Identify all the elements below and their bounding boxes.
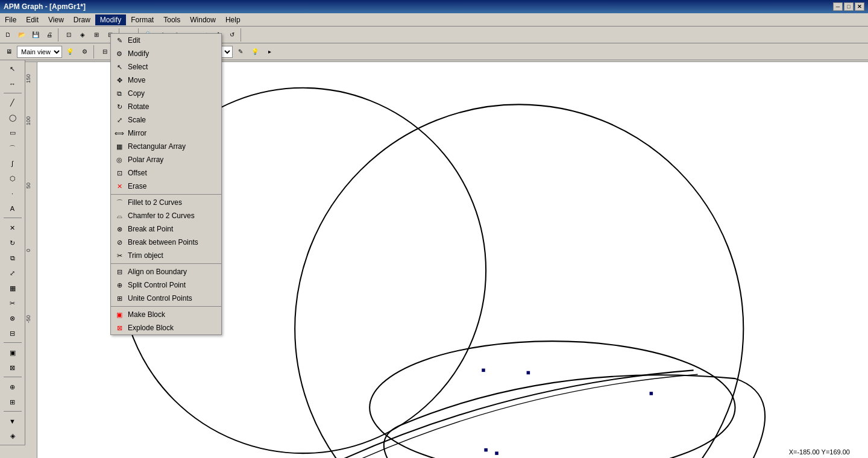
- menu-item-label: Explode Block: [128, 324, 174, 332]
- close-button[interactable]: ✕: [855, 2, 864, 11]
- menu-item-select[interactable]: ↖ Select: [111, 60, 221, 74]
- menu-item-align-boundary[interactable]: ⊟ Align on Boundary: [111, 265, 221, 278]
- menu-item-scale[interactable]: ⤢ Scale: [111, 113, 221, 127]
- settings-btn[interactable]: ⚙: [78, 45, 91, 58]
- menu-item-label: Scale: [128, 116, 146, 124]
- menu-item-trim[interactable]: ✂ Trim object: [111, 249, 221, 262]
- open-button[interactable]: 📂: [15, 28, 28, 42]
- left-ruler: 150 100 50 0 -50: [25, 62, 37, 458]
- menu-item-label: Edit: [128, 36, 140, 45]
- lt-poly-btn[interactable]: ⬡: [5, 171, 20, 186]
- menu-item-move[interactable]: ✥ Move: [111, 74, 221, 87]
- maximize-button[interactable]: □: [844, 2, 854, 11]
- lt-move-btn[interactable]: ↔: [5, 77, 20, 91]
- menu-item-label: Rotate: [128, 102, 149, 111]
- lt-scale-btn[interactable]: ⤢: [5, 266, 20, 280]
- lt-point-btn[interactable]: ·: [5, 186, 20, 201]
- move-icon: ✥: [115, 75, 124, 85]
- status-coords: X=-185.00 Y=169.00: [789, 448, 850, 456]
- trim-icon: ✂: [115, 251, 124, 260]
- dim-icon[interactable]: ⊟: [98, 45, 112, 58]
- menu-item-label: Select: [128, 63, 148, 71]
- print-button[interactable]: 🖨: [43, 28, 56, 42]
- mirror-icon: ⟺: [115, 128, 124, 138]
- edit-icon: ✎: [115, 36, 124, 45]
- light-btn-1[interactable]: 💡: [63, 45, 77, 58]
- view-icon[interactable]: 🖥: [2, 45, 16, 58]
- menu-modify[interactable]: Modify: [95, 14, 126, 25]
- light-btn-3[interactable]: 💡: [248, 45, 262, 58]
- arrow-btn-2[interactable]: ▸: [263, 45, 276, 58]
- lt-break-btn[interactable]: ⊗: [5, 311, 20, 325]
- rect-array-icon: ▦: [115, 142, 124, 151]
- menu-edit[interactable]: Edit: [21, 14, 43, 25]
- lt-copy-btn[interactable]: ⧉: [5, 251, 20, 265]
- menu-item-unite-control[interactable]: ⊞ Unite Control Points: [111, 292, 221, 305]
- menu-item-modify[interactable]: ⚙ Modify: [111, 47, 221, 60]
- separator-1: [58, 28, 60, 42]
- lt-circle-btn[interactable]: ◯: [5, 111, 20, 125]
- menu-item-break-between[interactable]: ⊘ Break between Points: [111, 236, 221, 249]
- lt-rotate-btn[interactable]: ↻: [5, 236, 20, 250]
- menu-item-edit[interactable]: ✎ Edit: [111, 34, 221, 47]
- lt-text-btn[interactable]: A: [5, 201, 20, 216]
- save-button[interactable]: 💾: [29, 28, 42, 42]
- lt-select-btn[interactable]: ↖: [5, 61, 20, 76]
- menu-item-explode-block[interactable]: ⊠ Explode Block: [111, 321, 221, 334]
- lt-erase-btn[interactable]: ✕: [5, 221, 20, 235]
- lt-block-btn[interactable]: ▣: [5, 345, 20, 360]
- menu-format[interactable]: Format: [126, 14, 159, 25]
- menu-item-label: Unite Control Points: [128, 294, 192, 303]
- split-control-icon: ⊕: [115, 280, 124, 290]
- menu-file[interactable]: File: [0, 14, 21, 25]
- break-between-icon: ⊘: [115, 237, 124, 247]
- separator-4: [241, 28, 243, 42]
- refresh-btn[interactable]: ↺: [225, 28, 239, 42]
- menu-item-label: Trim object: [128, 251, 163, 260]
- menu-item-fillet[interactable]: ⌒ Fillet to 2 Curves: [111, 196, 221, 209]
- lt-extra-2[interactable]: ◈: [5, 429, 20, 444]
- menu-item-polar-array[interactable]: ◎ Polar Array: [111, 153, 221, 166]
- menu-tools[interactable]: Tools: [159, 14, 185, 25]
- snap-btn-3[interactable]: ⊞: [90, 28, 103, 42]
- menu-item-split-control[interactable]: ⊕ Split Control Point: [111, 278, 221, 292]
- view-selector[interactable]: Main view: [17, 46, 62, 58]
- lt-trim-btn[interactable]: ✂: [5, 296, 20, 310]
- menu-item-offset[interactable]: ⊡ Offset: [111, 166, 221, 180]
- menu-item-break-point[interactable]: ⊗ Break at Point: [111, 222, 221, 236]
- ruler-v-mark: 150: [25, 74, 31, 83]
- lt-rect-btn[interactable]: ▭: [5, 126, 20, 140]
- lt-align-btn[interactable]: ⊟: [5, 326, 20, 340]
- menu-view[interactable]: View: [43, 14, 69, 25]
- menu-help[interactable]: Help: [221, 14, 245, 25]
- title-text: APM Graph - [ApmGr1*]: [4, 2, 86, 11]
- menu-separator-1: [111, 194, 221, 195]
- edit-style-btn[interactable]: ✎: [234, 45, 247, 58]
- menu-item-rotate[interactable]: ↻ Rotate: [111, 100, 221, 113]
- menu-draw[interactable]: Draw: [69, 14, 95, 25]
- menu-item-erase[interactable]: ✕ Erase: [111, 180, 221, 193]
- menu-item-chamfer[interactable]: ⌓ Chamfer to 2 Curves: [111, 209, 221, 222]
- lt-snap-btn[interactable]: ⊕: [5, 380, 20, 394]
- svg-rect-3: [482, 369, 485, 372]
- lt-array-btn[interactable]: ▦: [5, 281, 20, 295]
- lt-line-btn[interactable]: ╱: [5, 96, 20, 110]
- lt-arc-btn[interactable]: ⌒: [5, 141, 20, 155]
- explode-block-icon: ⊠: [115, 323, 124, 333]
- lt-explode-btn[interactable]: ⊠: [5, 360, 20, 375]
- snap-btn-2[interactable]: ◈: [76, 28, 89, 42]
- menu-item-label: Align on Boundary: [128, 268, 187, 276]
- menu-item-mirror[interactable]: ⟺ Mirror: [111, 127, 221, 140]
- menu-item-copy[interactable]: ⧉ Copy: [111, 87, 221, 100]
- lt-extra-1[interactable]: ▼: [5, 414, 20, 428]
- title-bar-controls: ─ □ ✕: [833, 2, 864, 11]
- lt-curve-btn[interactable]: ∫: [5, 156, 20, 171]
- new-button[interactable]: 🗋: [1, 28, 14, 42]
- menu-item-rect-array[interactable]: ▦ Rectangular Array: [111, 140, 221, 153]
- menu-window[interactable]: Window: [185, 14, 221, 25]
- menu-item-make-block[interactable]: ▣ Make Block: [111, 308, 221, 321]
- lt-grid-btn[interactable]: ⊞: [5, 395, 20, 409]
- modify-dropdown-menu: ✎ Edit ⚙ Modify ↖ Select ✥ Move ⧉ Copy ↻…: [110, 33, 222, 335]
- snap-btn-1[interactable]: ⊡: [62, 28, 75, 42]
- minimize-button[interactable]: ─: [833, 2, 843, 11]
